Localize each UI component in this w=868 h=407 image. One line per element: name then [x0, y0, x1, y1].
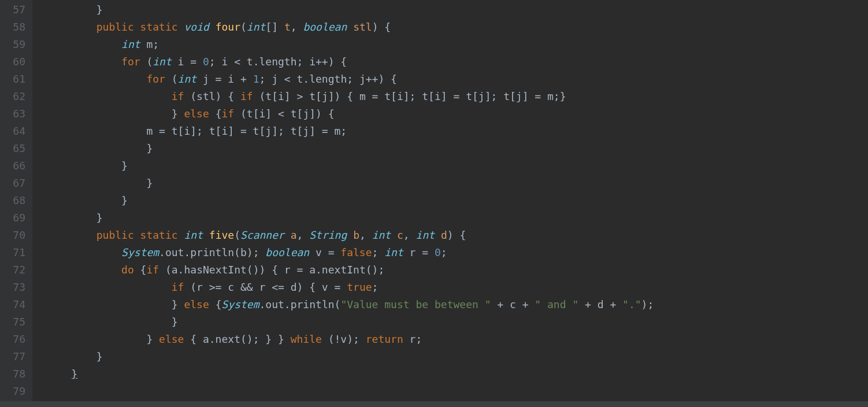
code-token: }	[97, 350, 103, 362]
line-number-gutter: 5758596061626364656667686970717273747576…	[0, 0, 32, 407]
code-token: }	[146, 333, 159, 345]
code-token: System	[121, 246, 159, 258]
code-token: int	[247, 21, 266, 33]
code-line[interactable]: }	[46, 1, 868, 18]
line-number: 58	[5, 18, 25, 36]
code-line[interactable]: }	[46, 348, 868, 365]
code-token	[178, 21, 184, 33]
code-token: v =	[309, 246, 340, 258]
line-number: 69	[5, 209, 25, 227]
code-token: (t[i] > t[j]) { m = t[i]; t[i] = t[j]; t…	[253, 90, 566, 102]
code-token: four	[216, 21, 240, 33]
code-line[interactable]	[46, 383, 868, 400]
line-number: 79	[5, 383, 25, 400]
line-number: 74	[5, 296, 25, 313]
code-token: int	[416, 229, 435, 241]
code-token: 0	[435, 246, 441, 258]
code-token: (r >= c && r <= d) { v =	[184, 281, 347, 293]
code-line[interactable]: }	[46, 175, 868, 192]
code-token: int	[372, 229, 391, 241]
code-editor[interactable]: 5758596061626364656667686970717273747576…	[0, 0, 868, 407]
code-token: int	[384, 246, 403, 258]
code-token: {	[209, 108, 222, 120]
code-token: }	[146, 177, 153, 189]
line-number: 75	[5, 313, 25, 331]
code-line[interactable]: if (stl) { if (t[i] > t[j]) { m = t[i]; …	[46, 88, 868, 105]
code-token: ) {	[372, 21, 391, 33]
code-token: i =	[172, 56, 203, 68]
code-line[interactable]: int m;	[46, 36, 868, 53]
code-line[interactable]: } else {if (t[i] < t[j]) {	[46, 105, 868, 123]
code-line[interactable]: }	[46, 192, 868, 209]
code-token: }	[172, 298, 184, 310]
code-token: );	[641, 298, 654, 310]
code-token: 0	[203, 56, 209, 68]
code-token: {	[134, 264, 147, 276]
code-token: else	[184, 108, 209, 120]
code-line[interactable]: }	[46, 157, 868, 175]
code-line[interactable]: }	[46, 140, 868, 157]
code-token: }	[97, 212, 103, 224]
code-token: if	[172, 281, 184, 293]
code-token: ,	[291, 21, 303, 33]
code-token: m;	[140, 38, 159, 50]
code-line[interactable]: } else { a.next(); } } while (!v); retur…	[46, 331, 868, 348]
code-line[interactable]: System.out.println(b); boolean v = false…	[46, 244, 868, 261]
code-token: ; i < t.length; i++) {	[209, 56, 347, 68]
line-number: 57	[5, 1, 25, 18]
code-token: static	[140, 229, 178, 241]
status-bar	[0, 401, 868, 407]
code-line[interactable]: m = t[i]; t[i] = t[j]; t[j] = m;	[46, 123, 868, 140]
code-token: boolean	[303, 21, 347, 33]
code-line[interactable]: for (int j = i + 1; j < t.length; j++) {	[46, 71, 868, 88]
code-line[interactable]: }	[46, 365, 868, 383]
code-token: public	[97, 21, 134, 33]
code-token: .out.println(b);	[159, 246, 265, 258]
code-token: a	[291, 229, 297, 241]
code-token: + c +	[491, 298, 535, 310]
code-token: (!v);	[322, 333, 366, 345]
code-token	[347, 21, 353, 33]
line-number: 71	[5, 244, 25, 261]
line-number: 72	[5, 261, 25, 279]
code-line[interactable]: for (int i = 0; i < t.length; i++) {	[46, 53, 868, 71]
code-token: for	[121, 56, 140, 68]
line-number: 66	[5, 157, 25, 175]
code-token	[284, 229, 291, 241]
code-token: if	[172, 90, 184, 102]
code-line[interactable]: }	[46, 313, 868, 331]
code-token: {	[209, 298, 222, 310]
code-token: { a.next(); } }	[184, 333, 290, 345]
code-token: if	[221, 108, 234, 120]
code-line[interactable]: if (r >= c && r <= d) { v = true;	[46, 279, 868, 296]
code-token: System	[221, 298, 259, 310]
line-number: 76	[5, 331, 25, 348]
code-token: return	[366, 333, 403, 345]
line-number: 59	[5, 36, 25, 53]
code-line[interactable]: } else {System.out.println("Value must b…	[46, 296, 868, 313]
code-text-area[interactable]: } public static void four(int[] t, boole…	[32, 0, 868, 407]
code-line[interactable]: }	[46, 209, 868, 227]
code-token: " and "	[535, 298, 578, 310]
code-line[interactable]: public static void four(int[] t, boolean…	[46, 18, 868, 36]
code-token: r =	[403, 246, 435, 258]
code-token: for	[146, 73, 165, 85]
code-token: ;	[372, 281, 379, 293]
line-number: 78	[5, 365, 25, 383]
code-token	[134, 21, 140, 33]
code-token: true	[347, 281, 372, 293]
code-token: (	[234, 229, 240, 241]
code-token: "."	[622, 298, 641, 310]
code-line[interactable]: public static int five(Scanner a, String…	[46, 227, 868, 244]
code-token: ,	[359, 229, 372, 241]
code-token: int	[121, 38, 140, 50]
code-token: false	[340, 246, 372, 258]
code-token: else	[159, 333, 184, 345]
code-token: stl	[353, 21, 372, 33]
code-token: }	[172, 108, 184, 120]
code-token: String	[309, 229, 347, 241]
code-token: five	[209, 229, 234, 241]
code-token: void	[184, 21, 209, 33]
code-line[interactable]: do {if (a.hasNextInt()) { r = a.nextInt(…	[46, 261, 868, 279]
code-token: .out.println(	[259, 298, 341, 310]
